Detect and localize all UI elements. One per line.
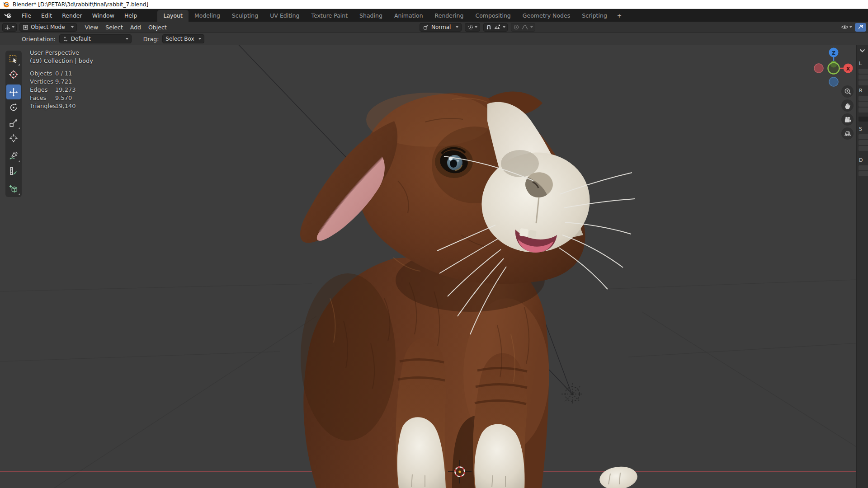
zoom-button[interactable] [841,85,854,98]
viewport-menu-select[interactable]: Select [102,23,127,32]
editor-type-icon [5,24,11,30]
menu-edit[interactable]: Edit [36,10,57,21]
tab-rendering[interactable]: Rendering [429,10,470,22]
tool-cursor[interactable] [6,67,21,82]
sidebar-dimensions-label: D [859,157,863,163]
active-collection-label: (19) Collection | body [30,57,93,65]
sidebar-field[interactable] [859,75,868,80]
tab-compositing[interactable]: Compositing [469,10,516,22]
orientation-select[interactable]: Default [59,34,132,43]
proportional-edit-icon[interactable] [513,24,519,30]
pan-button[interactable] [841,99,854,112]
viewport-header: Object Mode View Select Add Object Norma… [0,22,868,33]
tool-annotate[interactable] [6,148,21,163]
tab-scripting[interactable]: Scripting [576,10,613,22]
tab-shading[interactable]: Shading [354,10,388,22]
transform-orientation-dropdown[interactable]: Normal [420,23,462,32]
stat-edges: Edges19,273 [30,86,93,94]
tab-layout[interactable]: Layout [157,10,189,22]
orientation-icon [423,24,429,30]
snapping-group [483,23,508,32]
orientation-label: Orientation: [22,36,56,42]
stat-faces: Faces9,570 [30,94,93,102]
sidebar-field[interactable] [859,80,868,85]
sidebar-field[interactable] [859,108,868,113]
gizmo-axis-z[interactable]: Z [829,48,839,57]
camera-view-button[interactable] [841,113,854,126]
gizmo-axis-neg-x[interactable] [814,64,823,73]
gizmo-axis-neg-z[interactable] [829,77,838,86]
mode-label: Object Mode [31,24,65,30]
sidebar-field[interactable] [859,69,868,74]
viewport-menu-view[interactable]: View [81,23,102,32]
tab-texture-paint[interactable]: Texture Paint [305,10,354,22]
proportional-editing-group [511,23,535,32]
sidebar-field[interactable] [859,140,868,145]
sidebar-field[interactable] [859,134,868,139]
tool-select-box[interactable] [6,52,21,66]
sidebar-field[interactable] [859,146,868,151]
tool-scale[interactable] [6,115,21,130]
drag-select[interactable]: Select Box [162,34,204,43]
stat-triangles: Triangles19,140 [30,102,93,110]
tool-transform[interactable] [6,131,21,145]
tool-shelf [5,51,22,197]
sidebar-field[interactable] [859,171,868,176]
falloff-curve-icon[interactable] [521,24,528,30]
mode-dropdown[interactable]: Object Mode [19,23,77,32]
sidebar-field[interactable] [859,96,868,101]
drag-select-value: Select Box [165,36,194,42]
show-gizmo-toggle[interactable] [855,23,866,32]
stat-objects: Objects0 / 11 [30,70,93,78]
tab-animation[interactable]: Animation [388,10,429,22]
workspace-tabs: Layout Modeling Sculpting UV Editing Tex… [157,9,626,22]
blender-logo-icon [3,1,9,8]
rabbit-model[interactable] [300,91,639,488]
stat-vertices: Vertices9,721 [30,78,93,86]
show-gizmo-icon [858,24,864,30]
viewport-menu-object[interactable]: Object [145,23,170,32]
svg-text:X: X [846,66,850,72]
axis-icon [62,36,68,42]
editor-type-dropdown[interactable] [2,23,17,32]
viewport-menu-add[interactable]: Add [127,23,145,32]
sidebar-field[interactable] [859,102,868,107]
grid-perspective-icon [844,130,852,138]
blender-logo-icon[interactable] [4,13,12,19]
tab-sculpting[interactable]: Sculpting [226,10,264,22]
orientation-select-value: Default [71,36,91,42]
sidebar-field[interactable] [859,117,868,122]
magnet-icon[interactable] [486,24,492,30]
drag-label: Drag: [143,36,159,42]
pivot-icon [467,24,474,30]
tab-modeling[interactable]: Modeling [189,10,226,22]
empty-object[interactable] [561,383,583,405]
tool-measure[interactable] [6,164,21,178]
menu-window[interactable]: Window [87,10,119,21]
menu-help[interactable]: Help [119,10,142,21]
object-visibility-dropdown[interactable] [841,24,852,30]
workspace-add-button[interactable]: + [613,10,626,22]
tool-rotate[interactable] [6,100,21,115]
toggle-ortho-button[interactable] [841,127,854,140]
tab-geometry-nodes[interactable]: Geometry Nodes [517,10,576,22]
tool-move[interactable] [6,84,21,99]
navigation-gizmo[interactable]: Z X [807,46,861,91]
viewport-header-center: Normal [420,22,535,33]
snap-dropdown-chevron[interactable] [503,26,505,28]
gizmo-center[interactable] [828,63,840,74]
viewport-scene [0,45,868,488]
snap-with-icon[interactable] [494,24,501,30]
tab-uv-editing[interactable]: UV Editing [264,10,305,22]
viewport-header-right [841,22,866,33]
menu-file[interactable]: File [17,10,36,21]
sidebar-field[interactable] [859,165,868,170]
gizmo-axis-x[interactable]: X [844,64,853,73]
menu-render[interactable]: Render [57,10,87,21]
falloff-dropdown-chevron[interactable] [530,26,533,28]
tool-add-cube[interactable] [6,181,21,196]
sidebar-collapse-chevron-icon[interactable] [859,49,865,52]
pivot-point-dropdown[interactable] [465,23,480,32]
3d-viewport[interactable]: User Perspective (19) Collection | body … [0,45,868,488]
visibility-eye-icon [841,24,849,30]
